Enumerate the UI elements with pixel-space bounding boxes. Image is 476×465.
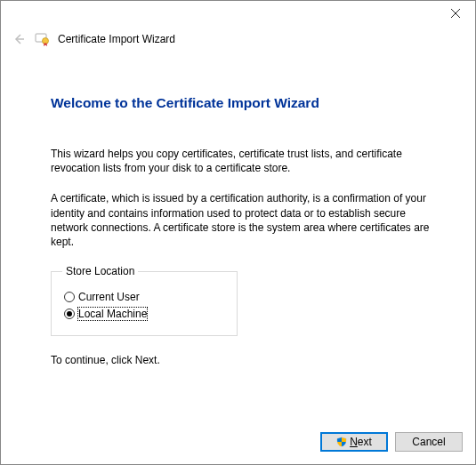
back-button: [10, 30, 28, 48]
page-heading: Welcome to the Certificate Import Wizard: [51, 95, 436, 111]
next-button[interactable]: Next: [320, 432, 388, 452]
svg-point-4: [43, 38, 49, 44]
close-button[interactable]: [435, 1, 475, 26]
cancel-button[interactable]: Cancel: [395, 432, 463, 452]
titlebar: [1, 1, 475, 28]
radio-icon: [64, 309, 75, 319]
radio-label-current-user: Current User: [78, 291, 140, 303]
store-location-group: Store Location Current User Local Machin…: [51, 265, 238, 336]
wizard-body: Welcome to the Certificate Import Wizard…: [1, 51, 475, 423]
intro-paragraph-1: This wizard helps you copy certificates,…: [51, 147, 436, 175]
store-location-legend: Store Location: [62, 265, 138, 277]
footer: Next Cancel: [1, 423, 475, 464]
radio-current-user[interactable]: Current User: [64, 291, 224, 303]
close-icon: [451, 9, 460, 18]
wizard-window: Certificate Import Wizard Welcome to the…: [0, 0, 476, 465]
intro-paragraph-2: A certificate, which is issued by a cert…: [51, 191, 436, 249]
header-title: Certificate Import Wizard: [58, 33, 175, 45]
shield-icon: [336, 437, 347, 447]
radio-local-machine[interactable]: Local Machine: [64, 308, 224, 320]
arrow-left-icon: [11, 31, 27, 47]
cancel-button-label: Cancel: [412, 436, 445, 448]
certificate-icon: [35, 31, 51, 47]
radio-label-local-machine: Local Machine: [78, 308, 147, 320]
continue-text: To continue, click Next.: [51, 354, 436, 366]
header-row: Certificate Import Wizard: [1, 28, 475, 51]
radio-icon: [64, 292, 75, 302]
next-button-label: Next: [350, 436, 372, 448]
